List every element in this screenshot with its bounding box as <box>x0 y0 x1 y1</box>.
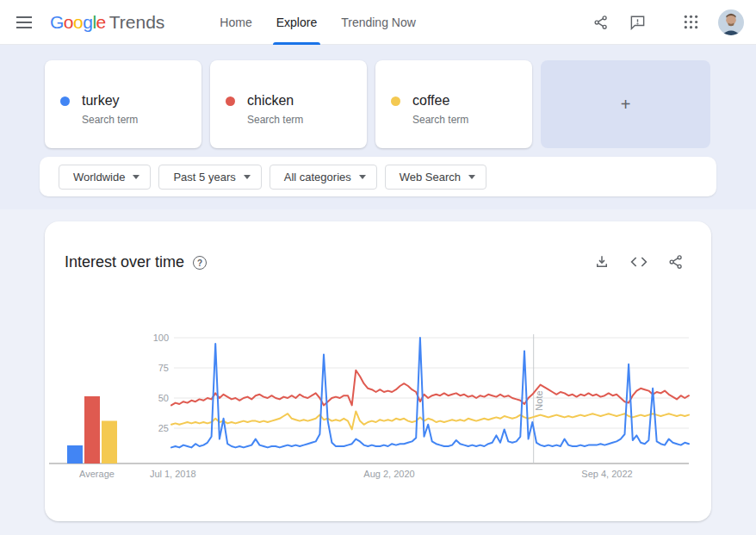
logo-letter: o <box>64 12 73 32</box>
term-type: Search term <box>82 114 138 126</box>
add-comparison-card[interactable]: + <box>541 60 710 148</box>
y-tick-label: 75 <box>158 363 169 373</box>
interest-over-time-chart[interactable]: 255075100NoteJul 1, 2018Aug 2, 2020Sep 4… <box>45 271 711 521</box>
content: Interest over time ? <box>0 209 756 535</box>
average-bar-turkey <box>67 445 83 463</box>
series-line-turkey <box>171 338 689 447</box>
average-bar-coffee <box>102 421 117 464</box>
nav-home[interactable]: Home <box>208 0 263 45</box>
avatar[interactable] <box>718 9 744 35</box>
apps-button[interactable] <box>675 7 706 38</box>
x-tick-label: Aug 2, 2020 <box>363 469 414 479</box>
logo-letter: o <box>73 12 83 32</box>
app-header: Google Trends Home Explore Trending Now <box>0 0 756 45</box>
nav-explore[interactable]: Explore <box>264 0 329 45</box>
interest-over-time-card: Interest over time ? <box>45 221 711 521</box>
region-dropdown[interactable]: Worldwide <box>59 165 151 190</box>
term-type: Search term <box>247 114 303 126</box>
average-label: Average <box>79 469 115 479</box>
google-wordmark: Google <box>50 12 106 33</box>
share-icon <box>668 254 684 270</box>
menu-button[interactable] <box>7 5 41 40</box>
feedback-button[interactable] <box>622 7 653 38</box>
header-actions <box>586 7 756 38</box>
chevron-down-icon <box>359 175 366 179</box>
turkey-color-dot <box>60 96 70 106</box>
download-button[interactable] <box>592 252 611 271</box>
chart-actions <box>592 252 685 271</box>
apps-grid-icon <box>684 15 698 29</box>
note-label: Note <box>534 390 544 410</box>
y-tick-label: 50 <box>158 393 169 403</box>
logo-letter: g <box>83 12 92 32</box>
avatar-photo <box>718 9 744 35</box>
logo-letter: G <box>50 12 64 32</box>
term-label: turkey <box>82 93 138 109</box>
share-chart-button[interactable] <box>666 252 685 271</box>
share-button[interactable] <box>586 7 617 38</box>
y-tick-label: 100 <box>153 333 169 343</box>
term-card-turkey[interactable]: turkey Search term <box>45 60 201 148</box>
x-tick-label: Jul 1, 2018 <box>150 469 196 479</box>
chevron-down-icon <box>244 175 251 179</box>
term-card-coffee[interactable]: coffee Search term <box>375 60 532 148</box>
card-title: Interest over time <box>65 253 184 271</box>
term-cards-row: turkey Search term chicken Search term c… <box>45 60 711 148</box>
share-icon <box>593 15 609 30</box>
embed-code-icon <box>630 255 648 269</box>
google-trends-logo[interactable]: Google Trends <box>50 12 164 33</box>
nav-trending-now[interactable]: Trending Now <box>329 0 428 45</box>
term-type: Search term <box>412 114 468 126</box>
average-bar-chicken <box>84 396 100 463</box>
x-tick-label: Sep 4, 2022 <box>581 469 632 479</box>
card-header: Interest over time ? <box>45 221 711 271</box>
series-line-chicken <box>171 370 689 406</box>
chevron-down-icon <box>468 175 475 179</box>
page: Google Trends Home Explore Trending Now <box>0 0 756 535</box>
trends-wordmark: Trends <box>109 12 165 33</box>
term-card-chicken[interactable]: chicken Search term <box>210 60 367 148</box>
compare-section: turkey Search term chicken Search term c… <box>0 45 756 209</box>
chicken-color-dot <box>226 96 235 106</box>
help-icon[interactable]: ? <box>193 256 207 270</box>
chevron-down-icon <box>133 175 139 179</box>
term-label: chicken <box>247 93 303 109</box>
hamburger-icon <box>16 16 32 28</box>
time-range-dropdown[interactable]: Past 5 years <box>158 165 261 190</box>
category-dropdown[interactable]: All categories <box>270 165 377 190</box>
coffee-color-dot <box>391 96 400 106</box>
download-icon <box>594 254 610 270</box>
filters-bar: Worldwide Past 5 years All categories We… <box>40 157 716 196</box>
feedback-icon <box>629 14 646 30</box>
term-label: coffee <box>412 93 468 109</box>
plus-icon: + <box>621 95 631 115</box>
y-tick-label: 25 <box>158 423 169 433</box>
series-line-coffee <box>171 411 689 429</box>
search-type-dropdown[interactable]: Web Search <box>385 165 486 190</box>
embed-button[interactable] <box>629 252 648 271</box>
logo-letter: e <box>96 12 106 32</box>
main-nav: Home Explore Trending Now <box>208 0 427 45</box>
